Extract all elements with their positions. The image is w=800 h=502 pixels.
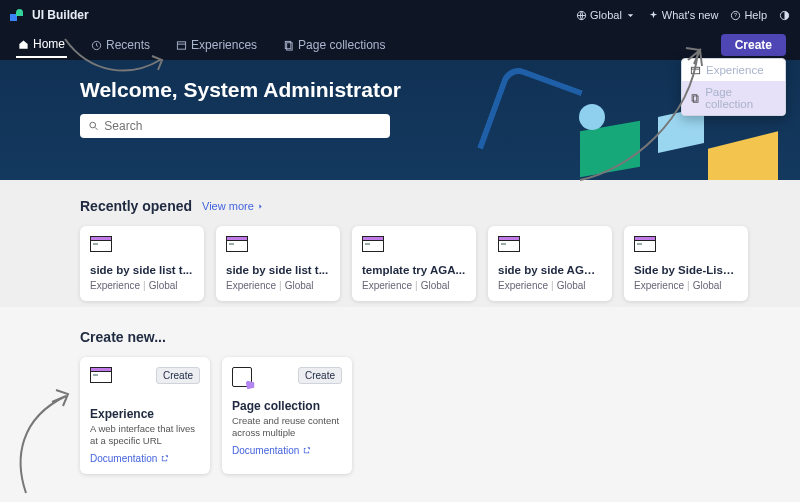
page-collection-icon [232, 367, 252, 387]
experience-icon [634, 236, 656, 252]
chevron-right-icon [256, 202, 265, 211]
whats-new-button[interactable]: What's new [648, 9, 719, 21]
experience-icon [362, 236, 384, 252]
card-title: Experience [90, 407, 200, 421]
recent-card[interactable]: side by side list t... Experience|Global [216, 226, 340, 301]
home-icon [18, 39, 29, 50]
create-menu-page-collection[interactable]: Page collection [682, 81, 785, 115]
card-meta: Experience|Global [634, 280, 738, 291]
svg-rect-8 [691, 67, 699, 73]
app-name: UI Builder [32, 8, 89, 22]
external-link-icon [302, 446, 311, 455]
app-logo-icon [10, 7, 26, 23]
create-experience-card: Create Experience A web interface that l… [80, 357, 210, 474]
card-desc: A web interface that lives at a specific… [90, 423, 200, 447]
contrast-icon [779, 10, 790, 21]
view-more-link[interactable]: View more [202, 200, 265, 212]
experience-icon [498, 236, 520, 252]
card-title: Side by Side-List ... [634, 264, 738, 276]
recent-card-row: side by side list t... Experience|Global… [80, 226, 776, 301]
card-meta: Experience|Global [90, 280, 194, 291]
nav-row: Home Recents Experiences Page collection… [0, 30, 800, 60]
sparkle-icon [648, 10, 659, 21]
documentation-link[interactable]: Documentation [90, 453, 200, 464]
chevron-down-icon [625, 10, 636, 21]
create-experience-button[interactable]: Create [156, 367, 200, 384]
search-box[interactable] [80, 114, 390, 138]
experience-icon [690, 65, 701, 76]
create-new-section: Create new... Create Experience A web in… [0, 307, 800, 480]
hero-illustration [579, 104, 605, 130]
search-input[interactable] [104, 119, 382, 133]
globe-icon [576, 10, 587, 21]
svg-rect-5 [177, 41, 185, 48]
create-page-collection-card: Create Page collection Create and reuse … [222, 357, 352, 474]
external-link-icon [160, 454, 169, 463]
tab-recents[interactable]: Recents [89, 33, 152, 57]
card-title: template try AGA... [362, 264, 466, 276]
tab-page-collections[interactable]: Page collections [281, 33, 387, 57]
hero: Welcome, System Administrator [0, 60, 800, 180]
documentation-link[interactable]: Documentation [232, 445, 342, 456]
card-meta: Experience|Global [498, 280, 602, 291]
search-icon [88, 120, 99, 132]
scope-label: Global [590, 9, 622, 21]
create-menu-experience[interactable]: Experience [682, 59, 785, 81]
recent-card[interactable]: side by side AGAIN Experience|Global [488, 226, 612, 301]
card-meta: Experience|Global [226, 280, 330, 291]
experience-icon [226, 236, 248, 252]
tab-home[interactable]: Home [16, 32, 67, 58]
card-meta: Experience|Global [362, 280, 466, 291]
recent-card[interactable]: Side by Side-List ... Experience|Global [624, 226, 748, 301]
pages-icon [283, 40, 294, 51]
card-title: side by side list t... [226, 264, 330, 276]
experience-icon [90, 367, 112, 383]
recently-opened-section: Recently opened View more side by side l… [0, 180, 800, 307]
recently-opened-heading: Recently opened [80, 198, 192, 214]
scope-picker[interactable]: Global [576, 9, 636, 21]
card-title: side by side list t... [90, 264, 194, 276]
tab-experiences[interactable]: Experiences [174, 33, 259, 57]
title-bar: UI Builder Global What's new ? Help [0, 0, 800, 30]
experience-icon [90, 236, 112, 252]
card-desc: Create and reuse content across multiple [232, 415, 342, 439]
create-page-collection-button[interactable]: Create [298, 367, 342, 384]
help-button[interactable]: ? Help [730, 9, 767, 21]
create-button[interactable]: Create [721, 34, 786, 56]
hero-illustration [708, 131, 778, 180]
svg-point-11 [90, 122, 96, 128]
create-menu: Experience Page collection [681, 58, 786, 116]
clock-icon [91, 40, 102, 51]
theme-toggle[interactable] [779, 10, 790, 21]
recent-card[interactable]: template try AGA... Experience|Global [352, 226, 476, 301]
page-collection-icon [690, 93, 700, 104]
card-title: side by side AGAIN [498, 264, 602, 276]
card-title: Page collection [232, 399, 342, 413]
help-icon: ? [730, 10, 741, 21]
layout-icon [176, 40, 187, 51]
svg-text:?: ? [734, 12, 737, 18]
create-new-heading: Create new... [80, 329, 776, 345]
recent-card[interactable]: side by side list t... Experience|Global [80, 226, 204, 301]
create-new-row: Create Experience A web interface that l… [80, 357, 776, 474]
